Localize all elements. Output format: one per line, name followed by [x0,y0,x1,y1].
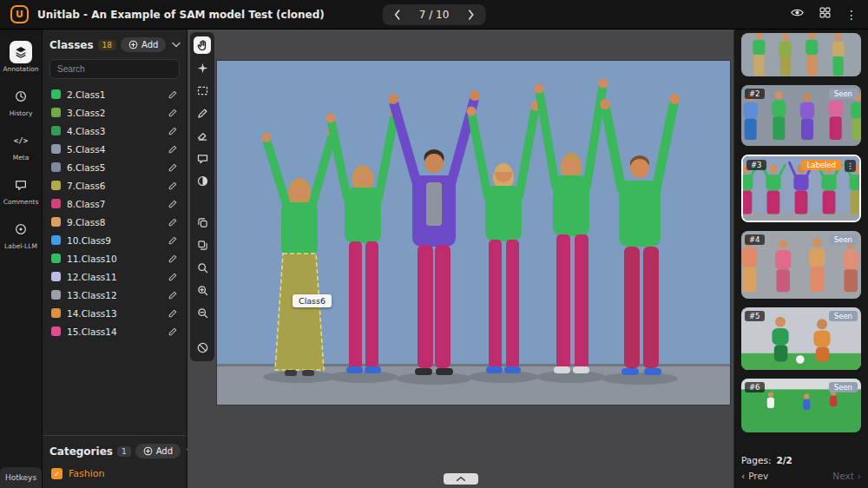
thumbnail-status-badge: Labeled [801,160,841,170]
edit-class-icon[interactable] [168,254,178,264]
selected-mask-class6[interactable] [275,254,324,370]
sidebar-item-meta[interactable]: </> Meta [0,123,42,168]
class-color-swatch [51,235,61,245]
pager-prev-icon[interactable] [386,6,409,23]
thumbnail-5[interactable]: #5 Seen [741,307,861,370]
class-row[interactable]: 5.Class4 [49,140,180,158]
magic-sam-tool-button[interactable] [194,59,211,76]
category-checkbox[interactable]: ✓ [51,468,62,479]
class-row[interactable]: 12.Class11 [49,267,180,286]
thumbnail-3-selected[interactable]: #3 Labeled ⋮ [741,155,861,222]
classes-title: Classes [49,39,94,51]
visibility-eye-icon[interactable] [790,5,805,23]
class-color-swatch [51,108,61,117]
edit-class-icon[interactable] [168,308,178,319]
segmented-image[interactable] [217,61,730,405]
class-row[interactable]: 10.Class9 [49,231,180,249]
thumbnail-list: #2 Seen #3 [741,33,861,446]
disable-tool-button[interactable] [194,339,211,356]
edit-class-icon[interactable] [168,326,178,337]
class-row[interactable]: 13.Class12 [49,286,180,304]
categories-count-badge: 1 [117,446,131,457]
category-label: Fashion [69,468,105,479]
class-row[interactable]: 3.Class2 [49,103,180,122]
next-page-button[interactable]: Next › [832,471,861,481]
edit-class-icon[interactable] [168,126,178,136]
class-label: 15.Class14 [67,326,161,337]
add-class-button[interactable]: Add [121,37,166,52]
edit-class-icon[interactable] [168,235,178,246]
class-row[interactable]: 2.Class1 [49,85,180,103]
pan-tool-button[interactable] [194,36,211,54]
class-label: 3.Class2 [67,108,161,118]
class-row[interactable]: 9.Class8 [49,213,180,231]
class-row[interactable]: 8.Class7 [49,195,180,213]
class-color-swatch [51,126,61,135]
sidebar-item-comments[interactable]: Comments [0,168,42,212]
edit-class-icon[interactable] [168,199,178,209]
thumbnail-4[interactable]: #4 Seen [741,231,861,299]
class-label: 6.Class5 [67,162,161,173]
thumbnail-1[interactable] [741,33,861,76]
class-row[interactable]: 14.Class13 [49,304,180,322]
class-row[interactable]: 7.Class6 [49,176,180,195]
class-row[interactable]: 11.Class10 [49,249,180,267]
edit-class-icon[interactable] [168,162,178,173]
class-list: 2.Class1 3.Class2 4.Class3 5.Class4 6.Cl… [43,85,187,435]
thumbnail-status-badge: Seen [829,311,858,321]
duplicate-tool-button[interactable] [194,236,211,254]
pages-indicator: Pages: 2/2 [741,446,861,471]
image-canvas[interactable] [217,61,730,405]
copy-tool-button[interactable] [194,214,211,231]
class-label: 2.Class1 [67,89,161,100]
edit-class-icon[interactable] [168,108,178,118]
sidebar-item-annotation[interactable]: Annotation [0,35,42,79]
edit-class-icon[interactable] [168,144,178,155]
thumbnail-id-badge: #5 [745,311,765,321]
comment-tool-button[interactable] [194,149,211,167]
thumbnail-menu-icon[interactable]: ⋮ [845,160,856,172]
hotkeys-button[interactable]: Hotkeys [0,467,42,488]
annotation-canvas[interactable]: Class6 [187,30,733,488]
edit-class-icon[interactable] [168,181,178,191]
add-category-button[interactable]: Add [135,444,181,458]
thumbnail-6[interactable]: #6 Seen [741,379,861,432]
classes-collapse-icon[interactable] [170,42,182,48]
thumbnail-id-badge: #2 [745,89,765,99]
topbar-menu-icon[interactable]: ⋮ [845,9,858,21]
edit-class-icon[interactable] [168,89,178,100]
edit-class-icon[interactable] [168,272,178,282]
pager-count: 7 / 10 [409,9,460,21]
unitlab-logo-icon: U [10,5,29,23]
edit-class-icon[interactable] [168,290,178,300]
prev-page-button[interactable]: ‹ Prev [741,471,768,481]
collapse-panel-button[interactable] [444,473,478,485]
layout-grid-icon[interactable] [819,6,832,23]
class-row[interactable]: 4.Class3 [49,122,180,140]
pen-tool-button[interactable] [194,104,211,122]
class-color-swatch [51,162,61,172]
thumbnail-id-badge: #6 [745,382,765,392]
thumbnail-2[interactable]: #2 Seen [741,85,861,146]
class-row[interactable]: 15.Class14 [49,322,180,340]
class-color-swatch [51,254,61,263]
eraser-tool-button[interactable] [194,127,211,144]
bbox-tool-button[interactable] [194,82,211,99]
edit-class-icon[interactable] [168,217,178,228]
class-row[interactable]: 6.Class5 [49,158,180,176]
class-color-swatch [51,308,61,318]
category-row-fashion[interactable]: ✓ Fashion [43,464,187,488]
class-color-swatch [51,181,61,190]
sidebar-item-history[interactable]: History [0,79,42,123]
sidebar-item-label-llm[interactable]: Label-LLM [0,212,42,256]
class-label: 5.Class4 [67,144,161,155]
class-color-swatch [51,290,61,300]
class-search-input[interactable] [49,59,180,79]
label-llm-icon [10,218,32,241]
zoom-out-tool-button[interactable] [194,304,211,321]
search-tool-button[interactable] [194,259,211,276]
pager-next-icon[interactable] [459,6,482,23]
contrast-tool-button[interactable] [194,172,211,189]
categories-title: Categories [49,445,113,458]
zoom-in-tool-button[interactable] [194,281,211,299]
